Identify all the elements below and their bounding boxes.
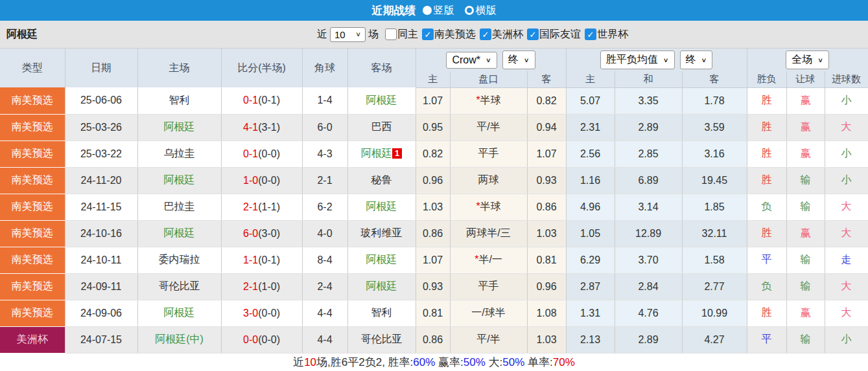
cell-odds-home: 0.82 (416, 141, 450, 167)
col-handicap: 盘口 (450, 71, 527, 87)
layout-option[interactable]: 横版 (465, 4, 497, 17)
cell-home-team: 阿根廷 (137, 167, 221, 194)
header-group-row: 类型 日期 主场 比分(半场) 角球 客场 Crow* ∨ 终 ∨ (0, 49, 868, 71)
summary-segment: 近 (293, 355, 304, 370)
cell-odds-away: 0.93 (527, 167, 566, 194)
cell-result: 胜 (747, 114, 786, 141)
score-halftime: (0-0) (258, 175, 280, 186)
cell-mean-draw: 3.35 (615, 87, 682, 114)
summary-segment: 10 (304, 356, 316, 369)
scope-select[interactable]: 全场 ∨ (786, 51, 829, 69)
cell-date: 25-03-26 (65, 114, 137, 141)
cell-mean-home: 2.87 (566, 273, 615, 300)
cell-type: 南美预选 (0, 141, 65, 167)
checkbox-checked[interactable]: ✓ (480, 28, 491, 40)
score-halftime: (0-1) (258, 95, 280, 106)
cell-date: 25-03-22 (65, 141, 137, 167)
cell-corners: 6-0 (302, 114, 347, 141)
away-team-name: 阿根廷 (366, 254, 397, 265)
odds-time-select[interactable]: 终 ∨ (502, 51, 535, 69)
filter-label: 世界杯 (597, 28, 628, 41)
mean-time-select[interactable]: 终 ∨ (680, 51, 713, 69)
cell-home-team: 巴拉圭 (137, 194, 221, 220)
odds-company-value: Crow* (452, 54, 480, 66)
score-fulltime: 3-0 (243, 308, 258, 319)
score-halftime: (0-0) (258, 308, 280, 319)
score-fulltime: 6-0 (243, 228, 258, 239)
cell-home-team: 委内瑞拉 (137, 247, 221, 273)
cell-handicap-result: 输 (786, 326, 825, 353)
odds-company-select[interactable]: Crow* ∨ (446, 52, 497, 69)
cell-date: 24-09-11 (65, 273, 137, 300)
table-row: 南美预选25-06-06智利0-1(0-1)1-4阿根廷1.07*半球0.825… (0, 87, 868, 114)
col-result: 胜负 (747, 71, 786, 87)
cell-goals: 大 (825, 114, 868, 141)
radio-selected-icon[interactable] (423, 6, 432, 15)
cell-mean-away: 4.27 (682, 326, 747, 353)
layout-option-label: 竖版 (434, 4, 454, 17)
checkbox-checked[interactable]: ✓ (422, 28, 434, 40)
layout-option[interactable]: 竖版 (423, 4, 454, 17)
mean-time-value: 终 (686, 53, 696, 67)
cell-mean-draw: 4.76 (615, 300, 682, 326)
cell-type: 南美预选 (0, 273, 65, 300)
cell-mean-away: 10.99 (682, 300, 747, 326)
cell-mean-home: 6.29 (566, 247, 615, 273)
away-team-name: 阿根廷 (366, 95, 397, 106)
cell-mean-draw: 2.89 (615, 114, 682, 141)
cell-handicap: *半球 (450, 87, 527, 114)
cell-away-team: 阿根廷1 (347, 141, 416, 167)
match-count-select[interactable]: 10 ∨ (330, 27, 366, 42)
summary-segment: 70% (553, 356, 575, 369)
checkbox-checked[interactable]: ✓ (527, 28, 539, 40)
cell-goals: 大 (825, 220, 868, 247)
away-team-name: 智利 (371, 307, 392, 318)
score-fulltime: 0-1 (243, 148, 258, 159)
away-team-name: 哥伦比亚 (361, 333, 403, 344)
cell-goals: 小 (825, 326, 868, 353)
cell-odds-away: 1.03 (527, 220, 566, 247)
cell-away-team: 阿根廷 (347, 273, 416, 300)
cell-odds-away: 1.03 (527, 326, 566, 353)
cell-score: 4-1(3-1) (221, 114, 302, 141)
cell-odds-away: 1.08 (527, 300, 566, 326)
handicap-text: 平/半 (476, 121, 500, 132)
away-team-name: 玻利维亚 (361, 227, 403, 238)
cell-odds-away: 0.86 (527, 194, 566, 220)
mean-type-select[interactable]: 胜平负均值 ∨ (600, 51, 675, 69)
checkbox-unchecked[interactable] (385, 28, 397, 40)
checkbox-checked[interactable]: ✓ (585, 28, 596, 40)
score-fulltime: 2-1 (243, 281, 258, 292)
filter-bar: 阿根廷 近 10 ∨ 场 同主✓南美预选✓美洲杯✓国际友谊✓世界杯 (0, 21, 868, 49)
table-row: 南美预选24-10-11委内瑞拉1-1(0-1)8-4阿根廷1.07*半/一0.… (0, 247, 868, 273)
summary-segment: 单率: (524, 355, 552, 370)
cell-handicap-result: 赢 (786, 141, 825, 167)
scope-value: 全场 (792, 53, 812, 67)
score-halftime: (3-1) (258, 122, 280, 133)
handicap-text: 平手 (478, 148, 499, 159)
score-halftime: (0-0) (258, 148, 280, 159)
cell-score: 2-1(1-1) (221, 194, 302, 220)
table-row: 南美预选24-09-06阿根廷3-0(0-0)4-4智利0.81一/球半1.08… (0, 300, 868, 326)
scope-group-header: 全场 ∨ (747, 49, 868, 71)
cell-handicap: 两球 (450, 167, 527, 194)
score-fulltime: 0-0 (243, 334, 258, 345)
handicap-text: 平手 (478, 280, 499, 291)
cell-away-team: 阿根廷 (347, 194, 416, 220)
radio-unselected-icon[interactable] (465, 6, 474, 15)
summary-segment: 大: (486, 355, 502, 370)
cell-handicap-result: 赢 (786, 300, 825, 326)
col-score: 比分(半场) (221, 49, 302, 87)
cell-corners: 4-4 (302, 300, 347, 326)
cell-type: 美洲杯 (0, 326, 65, 353)
cell-home-team: 阿根廷 (137, 114, 221, 141)
competition-checkbox-group: 同主✓南美预选✓美洲杯✓国际友谊✓世界杯 (381, 28, 628, 41)
table-row: 南美预选24-09-11哥伦比亚2-1(1-0)2-4阿根廷0.93平手0.96… (0, 273, 868, 300)
odds-time-value: 终 (508, 53, 519, 67)
cell-corners: 4-3 (302, 141, 347, 167)
page-title: 近期战绩 (372, 3, 416, 18)
col-type: 类型 (0, 49, 65, 87)
cell-mean-home: 2.56 (566, 141, 615, 167)
cell-mean-home: 2.31 (566, 114, 615, 141)
cell-score: 2-1(1-0) (221, 273, 302, 300)
